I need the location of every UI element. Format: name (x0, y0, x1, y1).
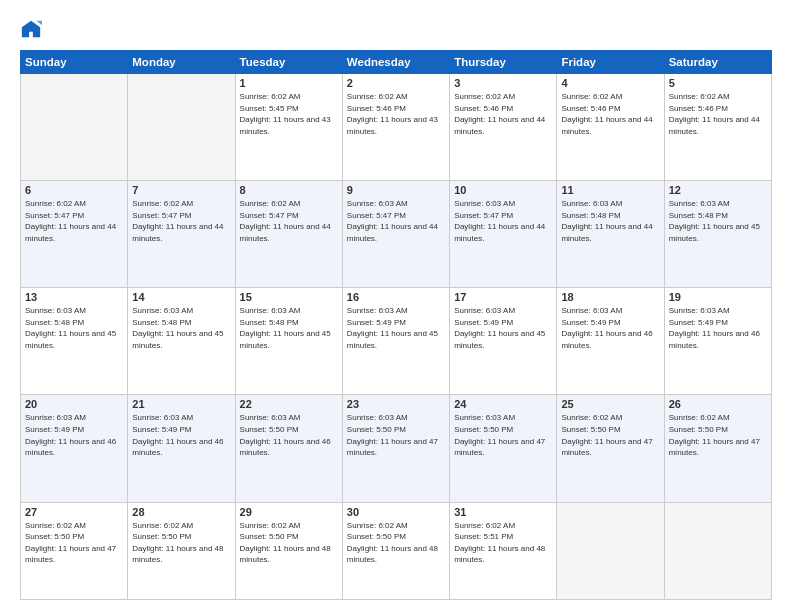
day-info: Sunrise: 6:03 AM Sunset: 5:48 PM Dayligh… (561, 198, 659, 244)
calendar-week-row: 13Sunrise: 6:03 AM Sunset: 5:48 PM Dayli… (21, 288, 772, 395)
day-number: 2 (347, 77, 445, 89)
day-info: Sunrise: 6:02 AM Sunset: 5:50 PM Dayligh… (240, 520, 338, 566)
calendar-cell: 26Sunrise: 6:02 AM Sunset: 5:50 PM Dayli… (664, 395, 771, 502)
day-info: Sunrise: 6:03 AM Sunset: 5:50 PM Dayligh… (240, 412, 338, 458)
calendar-cell: 30Sunrise: 6:02 AM Sunset: 5:50 PM Dayli… (342, 502, 449, 599)
day-number: 19 (669, 291, 767, 303)
calendar-cell: 1Sunrise: 6:02 AM Sunset: 5:45 PM Daylig… (235, 74, 342, 181)
weekday-header-tuesday: Tuesday (235, 51, 342, 74)
weekday-header-sunday: Sunday (21, 51, 128, 74)
day-info: Sunrise: 6:02 AM Sunset: 5:46 PM Dayligh… (454, 91, 552, 137)
day-number: 23 (347, 398, 445, 410)
day-number: 30 (347, 506, 445, 518)
calendar-week-row: 6Sunrise: 6:02 AM Sunset: 5:47 PM Daylig… (21, 181, 772, 288)
day-info: Sunrise: 6:02 AM Sunset: 5:50 PM Dayligh… (561, 412, 659, 458)
weekday-header-monday: Monday (128, 51, 235, 74)
logo (20, 18, 46, 40)
day-number: 1 (240, 77, 338, 89)
calendar-cell: 31Sunrise: 6:02 AM Sunset: 5:51 PM Dayli… (450, 502, 557, 599)
day-number: 29 (240, 506, 338, 518)
calendar-cell (557, 502, 664, 599)
calendar-cell: 2Sunrise: 6:02 AM Sunset: 5:46 PM Daylig… (342, 74, 449, 181)
logo-icon (20, 18, 42, 40)
day-number: 5 (669, 77, 767, 89)
calendar-cell (21, 74, 128, 181)
calendar-week-row: 20Sunrise: 6:03 AM Sunset: 5:49 PM Dayli… (21, 395, 772, 502)
day-info: Sunrise: 6:02 AM Sunset: 5:47 PM Dayligh… (25, 198, 123, 244)
day-number: 31 (454, 506, 552, 518)
weekday-header-saturday: Saturday (664, 51, 771, 74)
day-number: 26 (669, 398, 767, 410)
calendar-table: SundayMondayTuesdayWednesdayThursdayFrid… (20, 50, 772, 600)
day-number: 21 (132, 398, 230, 410)
calendar-cell: 10Sunrise: 6:03 AM Sunset: 5:47 PM Dayli… (450, 181, 557, 288)
calendar-cell: 19Sunrise: 6:03 AM Sunset: 5:49 PM Dayli… (664, 288, 771, 395)
calendar-cell: 3Sunrise: 6:02 AM Sunset: 5:46 PM Daylig… (450, 74, 557, 181)
calendar-cell (128, 74, 235, 181)
day-info: Sunrise: 6:03 AM Sunset: 5:48 PM Dayligh… (240, 305, 338, 351)
day-number: 22 (240, 398, 338, 410)
day-number: 10 (454, 184, 552, 196)
day-info: Sunrise: 6:03 AM Sunset: 5:47 PM Dayligh… (454, 198, 552, 244)
calendar-cell: 22Sunrise: 6:03 AM Sunset: 5:50 PM Dayli… (235, 395, 342, 502)
calendar-cell: 24Sunrise: 6:03 AM Sunset: 5:50 PM Dayli… (450, 395, 557, 502)
day-info: Sunrise: 6:03 AM Sunset: 5:47 PM Dayligh… (347, 198, 445, 244)
day-info: Sunrise: 6:03 AM Sunset: 5:50 PM Dayligh… (347, 412, 445, 458)
calendar-cell: 5Sunrise: 6:02 AM Sunset: 5:46 PM Daylig… (664, 74, 771, 181)
calendar-cell: 13Sunrise: 6:03 AM Sunset: 5:48 PM Dayli… (21, 288, 128, 395)
day-number: 12 (669, 184, 767, 196)
header (20, 18, 772, 40)
calendar-cell: 15Sunrise: 6:03 AM Sunset: 5:48 PM Dayli… (235, 288, 342, 395)
day-info: Sunrise: 6:03 AM Sunset: 5:49 PM Dayligh… (347, 305, 445, 351)
day-number: 9 (347, 184, 445, 196)
weekday-header-thursday: Thursday (450, 51, 557, 74)
page: SundayMondayTuesdayWednesdayThursdayFrid… (0, 0, 792, 612)
day-info: Sunrise: 6:03 AM Sunset: 5:49 PM Dayligh… (132, 412, 230, 458)
day-info: Sunrise: 6:02 AM Sunset: 5:46 PM Dayligh… (561, 91, 659, 137)
weekday-header-wednesday: Wednesday (342, 51, 449, 74)
day-number: 14 (132, 291, 230, 303)
day-number: 17 (454, 291, 552, 303)
day-number: 25 (561, 398, 659, 410)
day-info: Sunrise: 6:02 AM Sunset: 5:50 PM Dayligh… (669, 412, 767, 458)
day-info: Sunrise: 6:03 AM Sunset: 5:49 PM Dayligh… (669, 305, 767, 351)
day-info: Sunrise: 6:03 AM Sunset: 5:49 PM Dayligh… (561, 305, 659, 351)
day-number: 20 (25, 398, 123, 410)
day-number: 6 (25, 184, 123, 196)
day-number: 28 (132, 506, 230, 518)
calendar-cell: 28Sunrise: 6:02 AM Sunset: 5:50 PM Dayli… (128, 502, 235, 599)
day-info: Sunrise: 6:03 AM Sunset: 5:49 PM Dayligh… (454, 305, 552, 351)
calendar-cell: 14Sunrise: 6:03 AM Sunset: 5:48 PM Dayli… (128, 288, 235, 395)
day-info: Sunrise: 6:02 AM Sunset: 5:47 PM Dayligh… (132, 198, 230, 244)
day-number: 8 (240, 184, 338, 196)
calendar-cell: 17Sunrise: 6:03 AM Sunset: 5:49 PM Dayli… (450, 288, 557, 395)
day-number: 4 (561, 77, 659, 89)
calendar-cell: 11Sunrise: 6:03 AM Sunset: 5:48 PM Dayli… (557, 181, 664, 288)
calendar-week-row: 27Sunrise: 6:02 AM Sunset: 5:50 PM Dayli… (21, 502, 772, 599)
calendar-cell: 8Sunrise: 6:02 AM Sunset: 5:47 PM Daylig… (235, 181, 342, 288)
day-info: Sunrise: 6:02 AM Sunset: 5:46 PM Dayligh… (347, 91, 445, 137)
calendar-cell: 29Sunrise: 6:02 AM Sunset: 5:50 PM Dayli… (235, 502, 342, 599)
day-info: Sunrise: 6:03 AM Sunset: 5:50 PM Dayligh… (454, 412, 552, 458)
svg-marker-1 (37, 21, 43, 26)
calendar-cell (664, 502, 771, 599)
day-number: 16 (347, 291, 445, 303)
svg-marker-0 (22, 21, 40, 38)
calendar-cell: 21Sunrise: 6:03 AM Sunset: 5:49 PM Dayli… (128, 395, 235, 502)
day-info: Sunrise: 6:02 AM Sunset: 5:47 PM Dayligh… (240, 198, 338, 244)
day-number: 7 (132, 184, 230, 196)
day-number: 15 (240, 291, 338, 303)
calendar-cell: 20Sunrise: 6:03 AM Sunset: 5:49 PM Dayli… (21, 395, 128, 502)
calendar-cell: 12Sunrise: 6:03 AM Sunset: 5:48 PM Dayli… (664, 181, 771, 288)
calendar-cell: 6Sunrise: 6:02 AM Sunset: 5:47 PM Daylig… (21, 181, 128, 288)
day-number: 13 (25, 291, 123, 303)
calendar-cell: 16Sunrise: 6:03 AM Sunset: 5:49 PM Dayli… (342, 288, 449, 395)
calendar-cell: 25Sunrise: 6:02 AM Sunset: 5:50 PM Dayli… (557, 395, 664, 502)
day-number: 11 (561, 184, 659, 196)
day-info: Sunrise: 6:02 AM Sunset: 5:46 PM Dayligh… (669, 91, 767, 137)
day-number: 24 (454, 398, 552, 410)
day-info: Sunrise: 6:03 AM Sunset: 5:48 PM Dayligh… (25, 305, 123, 351)
calendar-cell: 7Sunrise: 6:02 AM Sunset: 5:47 PM Daylig… (128, 181, 235, 288)
day-info: Sunrise: 6:03 AM Sunset: 5:49 PM Dayligh… (25, 412, 123, 458)
calendar-week-row: 1Sunrise: 6:02 AM Sunset: 5:45 PM Daylig… (21, 74, 772, 181)
